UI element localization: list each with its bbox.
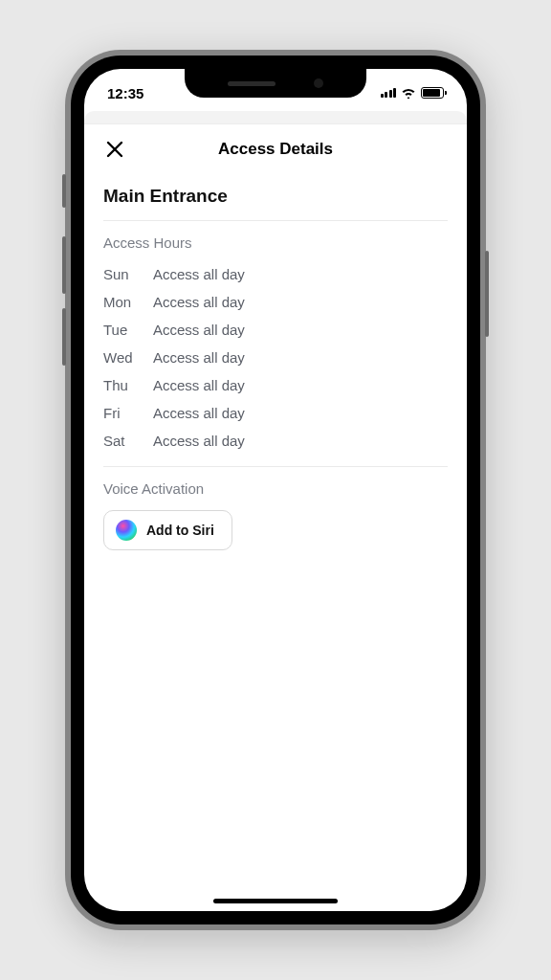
hours-row: Thu Access all day [103,371,448,399]
modal-header: Access Details [84,124,467,170]
status-right [377,87,444,99]
day-label: Fri [103,405,153,421]
modal-title: Access Details [103,140,448,159]
hours-value: Access all day [153,405,245,421]
hours-row: Mon Access all day [103,288,448,316]
phone-inner: 12:35 [71,56,480,924]
front-camera [314,78,323,88]
hours-value: Access all day [153,322,245,338]
content: Main Entrance Access Hours Sun Access al… [84,170,467,558]
power-button [485,251,489,337]
hours-row: Fri Access all day [103,399,448,427]
day-label: Thu [103,377,153,393]
day-label: Sun [103,266,153,282]
access-hours-label: Access Hours [103,221,448,260]
access-hours-list: Sun Access all day Mon Access all day Tu… [103,260,448,466]
phone-frame: 12:35 [65,50,486,930]
hours-value: Access all day [153,433,245,449]
speaker-grille [228,81,276,86]
volume-up-button [62,236,66,294]
entrance-name: Main Entrance [103,178,448,220]
battery-icon [421,87,444,99]
hours-row: Wed Access all day [103,344,448,371]
hours-row: Sat Access all day [103,427,448,455]
home-indicator[interactable] [213,899,338,903]
voice-activation-label: Voice Activation [103,467,448,506]
add-to-siri-button[interactable]: Add to Siri [103,510,232,550]
siri-button-label: Add to Siri [146,523,214,538]
status-time: 12:35 [107,85,165,101]
siri-icon [116,520,137,541]
hours-value: Access all day [153,266,245,282]
cellular-signal-icon [381,88,397,98]
hours-row: Sun Access all day [103,260,448,288]
modal-sheet-handle [84,111,467,124]
notch [185,69,366,98]
screen: 12:35 [84,69,467,911]
hours-value: Access all day [153,377,245,393]
day-label: Mon [103,294,153,310]
day-label: Wed [103,349,153,366]
mute-switch [62,174,66,208]
day-label: Sat [103,433,153,449]
hours-row: Tue Access all day [103,316,448,344]
close-button[interactable] [103,138,126,161]
wifi-icon [401,87,416,99]
day-label: Tue [103,322,153,338]
volume-down-button [62,308,66,366]
hours-value: Access all day [153,349,245,366]
close-icon [106,141,123,158]
hours-value: Access all day [153,294,245,310]
